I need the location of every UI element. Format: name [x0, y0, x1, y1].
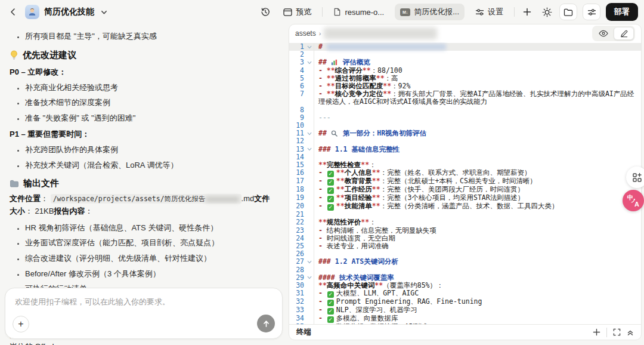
fold-gutter	[305, 250, 314, 258]
code-token: -	[318, 90, 327, 98]
terminal-maximize-button[interactable]	[613, 328, 621, 336]
preview-mode-button[interactable]	[593, 27, 614, 40]
back-button[interactable]	[6, 5, 20, 19]
fold-gutter	[305, 218, 314, 226]
fold-gutter	[305, 67, 314, 75]
terminal-label[interactable]: 终端	[296, 327, 311, 337]
code-token: **	[372, 177, 380, 185]
code-token: 表述专业，用词准确	[327, 242, 389, 250]
code-token: **	[372, 202, 380, 210]
code-token: 技术关键词覆盖率	[339, 273, 394, 282]
document-icon	[333, 8, 341, 16]
send-button[interactable]	[257, 315, 275, 332]
attach-button[interactable]: +	[13, 316, 29, 332]
markdown-icon: M↓	[400, 8, 410, 16]
fold-gutter	[305, 227, 314, 235]
code-token: **	[336, 193, 345, 202]
terminal-collapse-button[interactable]	[627, 329, 634, 336]
browser-icon	[283, 8, 292, 16]
tab-settings[interactable]: 设置	[470, 4, 509, 20]
code-token: 评估概览	[339, 58, 370, 66]
code-token: -	[318, 177, 327, 185]
file-location-label: 文件位置	[10, 194, 41, 203]
code-token: ###	[318, 257, 335, 266]
fold-chevron-icon[interactable]	[305, 58, 314, 66]
code-token: ：88/100	[371, 66, 402, 75]
code-token: -	[318, 193, 327, 202]
new-tab-button[interactable]	[520, 5, 534, 19]
code-token: **	[318, 218, 327, 226]
fold-chevron-icon[interactable]	[305, 274, 314, 282]
code-token: ---	[318, 113, 331, 122]
code-line-content: - ✓Prompt Engineering、RAG、Fine-tuning	[314, 298, 641, 306]
redacted-text	[206, 196, 239, 202]
translate-button[interactable]: 中 A	[623, 190, 644, 211]
line-number: 31	[289, 289, 305, 298]
code-line-content: - ✓大模型、LLM、GPT、AIGC	[314, 289, 641, 298]
divider	[514, 7, 515, 17]
tab-file-resume[interactable]: resume-o...	[328, 5, 389, 20]
workspace-switcher[interactable]	[99, 5, 109, 19]
code-line: 27### 1.2 ATS关键词分析	[289, 258, 641, 266]
code-token: 多模态、向量数据库	[336, 314, 398, 322]
list-item: 综合改进建议（评分明细、优先级清单、针对性建议）	[25, 253, 277, 264]
code-line-content: - ✓**教育背景**：完整（北航硕士+本科，CS相关专业，时间清晰）	[314, 177, 641, 186]
code-token: 1.1 基础信息完整性	[335, 145, 400, 153]
fold-chevron-icon[interactable]	[305, 258, 314, 266]
project-settings-button[interactable]	[583, 4, 600, 20]
chevron-down-icon	[101, 9, 107, 16]
app-root: 简历优化技能 预览 resume-o... M↓ 简历优化报...	[0, 0, 644, 345]
line-number: 8	[289, 106, 305, 114]
view-mode-toggle	[592, 26, 635, 41]
code-editor[interactable]: 1# 23## 评估概览4- **综合评分**：88/1005- **通过初筛概…	[289, 42, 641, 324]
fold-chevron-icon[interactable]	[305, 146, 314, 153]
fold-gutter	[305, 282, 314, 289]
code-token: **	[376, 74, 385, 82]
code-token: **	[327, 90, 335, 98]
fold-gutter	[305, 153, 314, 161]
edit-mode-button[interactable]	[614, 27, 634, 40]
code-line: 13### 1.1 基础信息完整性	[289, 146, 641, 153]
breadcrumb-assets[interactable]: assets	[295, 29, 316, 38]
code-line: 32- ✓Prompt Engineering、RAG、Fine-tuning	[289, 298, 641, 306]
check-icon: ✓	[327, 179, 334, 186]
code-token: ：完整（3个核心项目，均采用STAR法则描述）	[380, 193, 525, 202]
line-number: 3	[289, 58, 305, 66]
fold-gutter	[305, 122, 314, 130]
history-button[interactable]	[258, 5, 273, 19]
fold-gutter	[305, 194, 314, 202]
code-line: 25- 表述专业，用词准确	[289, 242, 641, 250]
code-token: -	[318, 82, 327, 90]
fold-gutter	[305, 177, 314, 186]
file-info: 文件位置： /workspace/projects/assets/简历优化报告.…	[10, 193, 277, 218]
sliders-icon	[475, 8, 484, 16]
code-token: 第一部分：HR视角初筛评估	[339, 129, 426, 137]
code-line-content: - 表述专业，用词准确	[314, 242, 641, 250]
theme-toggle-button[interactable]	[540, 5, 554, 19]
workspace-title: 简历优化技能	[44, 7, 94, 17]
breadcrumb: assets ›	[289, 24, 641, 42]
chevron-right-icon: ›	[319, 30, 321, 37]
fold-chevron-icon[interactable]	[305, 43, 314, 51]
code-line: 7- **核心竞争力定位**：拥有头部大厂背景、完整AI产品落地经验、扎实技术理…	[289, 90, 641, 106]
deploy-button[interactable]: 部署	[606, 3, 638, 21]
code-token: -	[318, 202, 327, 210]
list-item: 所有项目都是 "主导"，可能缺乏真实感	[25, 31, 277, 42]
tab-preview-label: 预览	[296, 7, 311, 17]
code-token: ：高	[385, 74, 398, 82]
list-item: 补充商业化相关经验或思考	[25, 82, 277, 93]
translate-a-label: A	[634, 201, 639, 208]
code-token: ####	[318, 273, 339, 282]
terminal-new-button[interactable]	[593, 328, 600, 336]
tab-file-report[interactable]: M↓ 简历优化报...	[395, 4, 465, 20]
chat-input[interactable]: 欢迎使用扣子编程，可以在此输入你的要求。 +	[5, 288, 283, 339]
fold-chevron-icon[interactable]	[305, 130, 314, 137]
chat-panel: 所有项目都是 "主导"，可能缺乏真实感 优先改进建议 P0 – 立即修改： 补充…	[0, 24, 287, 345]
line-number: 22	[289, 218, 305, 226]
code-token: ##	[318, 58, 331, 66]
extension-grid-button[interactable]	[626, 167, 644, 188]
tab-preview[interactable]: 预览	[278, 4, 317, 20]
files-button[interactable]	[559, 4, 577, 20]
p1-title: P1 – 重要但需要时间：	[10, 129, 277, 140]
folder-icon	[564, 8, 573, 16]
